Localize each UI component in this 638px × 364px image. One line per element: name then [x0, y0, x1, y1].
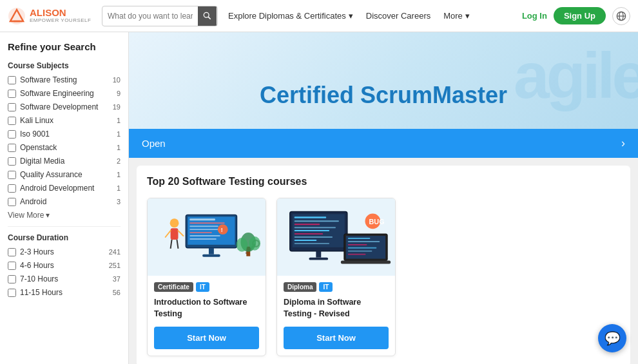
course-thumbnail-2: BUG — [277, 198, 395, 276]
sidebar: Refine your Search Course Subjects Softw… — [0, 32, 129, 364]
filter-7-10-hours: 7-10 Hours 37 — [8, 274, 121, 283]
filter-label[interactable]: Kali Linux — [20, 116, 53, 125]
filter-label[interactable]: Software Development — [20, 102, 98, 111]
logo-name: ALISON — [30, 8, 91, 19]
nav-more[interactable]: More ▾ — [443, 11, 470, 21]
svg-rect-15 — [189, 232, 212, 233]
checkbox-software-engineering[interactable] — [8, 90, 16, 98]
filter-label[interactable]: Digital Media — [20, 157, 64, 166]
svg-point-20 — [170, 218, 179, 227]
filter-count: 56 — [113, 289, 121, 296]
course-title-2: Diploma in Software Testing - Revised — [284, 297, 389, 320]
svg-point-32 — [236, 238, 247, 252]
globe-icon — [616, 11, 626, 21]
header-right: Log In Sign Up — [522, 7, 630, 25]
svg-rect-45 — [295, 243, 329, 244]
checkbox-digital-media[interactable] — [8, 157, 16, 166]
filter-label[interactable]: 11-15 Hours — [20, 288, 63, 297]
svg-text:BUG: BUG — [369, 218, 384, 225]
search-box[interactable] — [102, 6, 218, 26]
filter-count: 1 — [117, 184, 121, 192]
start-now-button-2[interactable]: Start Now — [284, 327, 389, 349]
svg-rect-21 — [171, 228, 179, 240]
svg-rect-14 — [189, 229, 221, 230]
banner-open-text: Open — [142, 138, 166, 149]
filter-count: 19 — [113, 103, 121, 111]
filter-label[interactable]: Android — [20, 197, 46, 206]
view-more-button[interactable]: View More ▾ — [8, 211, 121, 220]
language-button[interactable] — [612, 7, 630, 25]
filter-label[interactable]: Iso 9001 — [20, 129, 50, 139]
courses-grid: ! Certificate IT Introdu — [147, 198, 620, 356]
checkbox-openstack[interactable] — [8, 144, 16, 152]
filter-label[interactable]: Openstack — [20, 143, 57, 152]
filter-android: Android 3 — [8, 197, 121, 206]
filter-label[interactable]: Software Engineering — [20, 89, 94, 98]
tag-diploma: Diploma — [284, 282, 316, 292]
main-nav: Explore Diplomas & Certificates ▾ Discov… — [228, 11, 512, 21]
svg-rect-12 — [189, 222, 224, 224]
svg-rect-55 — [348, 254, 366, 255]
nav-careers[interactable]: Discover Careers — [366, 11, 430, 21]
svg-rect-51 — [348, 241, 380, 242]
tag-it: IT — [319, 282, 333, 292]
checkbox-7-10-hours[interactable] — [8, 275, 16, 283]
svg-rect-40 — [295, 227, 336, 228]
course-subjects-title: Course Subjects — [8, 61, 121, 70]
svg-rect-39 — [295, 224, 320, 225]
search-button[interactable] — [198, 6, 217, 26]
chat-button[interactable]: 💬 — [598, 324, 626, 352]
filter-iso-9001: Iso 9001 1 — [8, 129, 121, 139]
checkbox-android-development[interactable] — [8, 184, 16, 193]
svg-rect-18 — [209, 248, 214, 254]
filter-openstack: Openstack 1 — [8, 143, 121, 152]
svg-rect-54 — [348, 251, 372, 252]
filter-label[interactable]: 4-6 Hours — [20, 261, 54, 270]
svg-rect-56 — [341, 261, 391, 264]
signup-button[interactable]: Sign Up — [554, 7, 606, 24]
logo: ALISON EMPOWER YOURSELF — [8, 7, 92, 25]
checkbox-iso-9001[interactable] — [8, 130, 16, 139]
filter-count: 1 — [117, 144, 121, 151]
logo-tagline: EMPOWER YOURSELF — [30, 18, 91, 24]
filter-label[interactable]: 7-10 Hours — [20, 274, 58, 283]
login-button[interactable]: Log In — [522, 11, 547, 21]
checkbox-quality-assurance[interactable] — [8, 171, 16, 179]
filter-count: 9 — [117, 90, 121, 97]
filter-quality-assurance: Quality Assurance 1 — [8, 170, 121, 179]
filter-label[interactable]: Quality Assurance — [20, 170, 82, 179]
svg-rect-38 — [295, 220, 339, 222]
filter-label[interactable]: Software Testing — [20, 75, 77, 84]
checkbox-android[interactable] — [8, 198, 16, 206]
filter-digital-media: Digital Media 2 — [8, 157, 121, 166]
checkbox-kali-linux[interactable] — [8, 117, 16, 125]
checkbox-2-3-hours[interactable] — [8, 248, 16, 256]
course-illustration-1: ! — [148, 198, 266, 276]
section-title: Top 20 Software Testing courses — [147, 176, 620, 187]
filter-4-6-hours: 4-6 Hours 251 — [8, 261, 121, 270]
banner-chevron-icon: › — [621, 137, 625, 150]
filter-software-testing: Software Testing 10 — [8, 75, 121, 84]
svg-point-3 — [204, 12, 209, 17]
svg-rect-43 — [295, 236, 333, 238]
svg-rect-41 — [295, 230, 329, 231]
nav-explore[interactable]: Explore Diplomas & Certificates ▾ — [228, 11, 353, 21]
svg-rect-52 — [348, 244, 367, 245]
main-layout: Refine your Search Course Subjects Softw… — [0, 32, 638, 364]
course-illustration-2: BUG — [277, 198, 395, 276]
start-now-button-1[interactable]: Start Now — [154, 327, 259, 349]
chevron-down-icon: ▾ — [465, 11, 470, 21]
filter-count: 2 — [117, 157, 121, 165]
filter-label[interactable]: 2-3 Hours — [20, 247, 54, 256]
svg-rect-11 — [189, 218, 215, 220]
filter-count: 1 — [117, 117, 121, 124]
course-card-1: ! Certificate IT Introdu — [147, 198, 266, 356]
checkbox-4-6-hours[interactable] — [8, 262, 16, 270]
search-input[interactable] — [102, 12, 198, 21]
checkbox-software-testing[interactable] — [8, 76, 16, 84]
banner-open-button[interactable]: Open › — [129, 129, 638, 158]
checkbox-software-development[interactable] — [8, 103, 16, 111]
filter-label[interactable]: Android Development — [20, 184, 94, 193]
filter-11-15-hours: 11-15 Hours 56 — [8, 288, 121, 297]
checkbox-11-15-hours[interactable] — [8, 289, 16, 297]
